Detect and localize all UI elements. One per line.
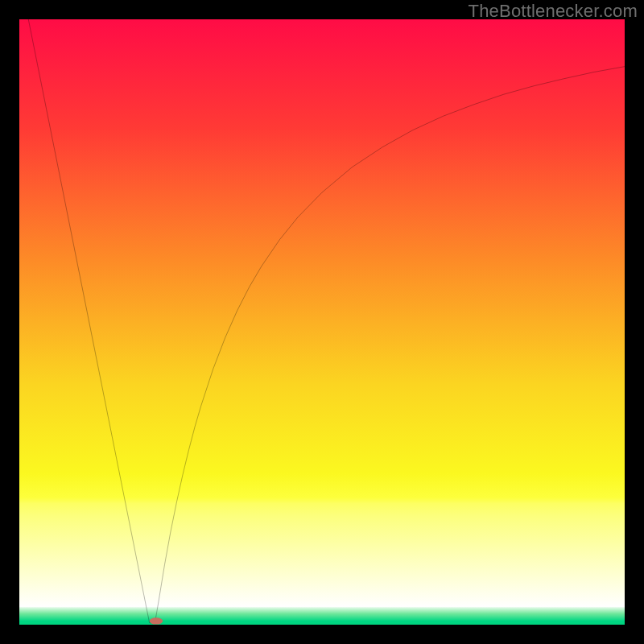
chart-background xyxy=(19,19,625,625)
chart-frame: TheBottlenecker.com xyxy=(0,0,644,644)
vertex-marker xyxy=(150,617,163,624)
watermark-label: TheBottlenecker.com xyxy=(469,1,638,22)
bottleneck-chart xyxy=(19,19,625,625)
